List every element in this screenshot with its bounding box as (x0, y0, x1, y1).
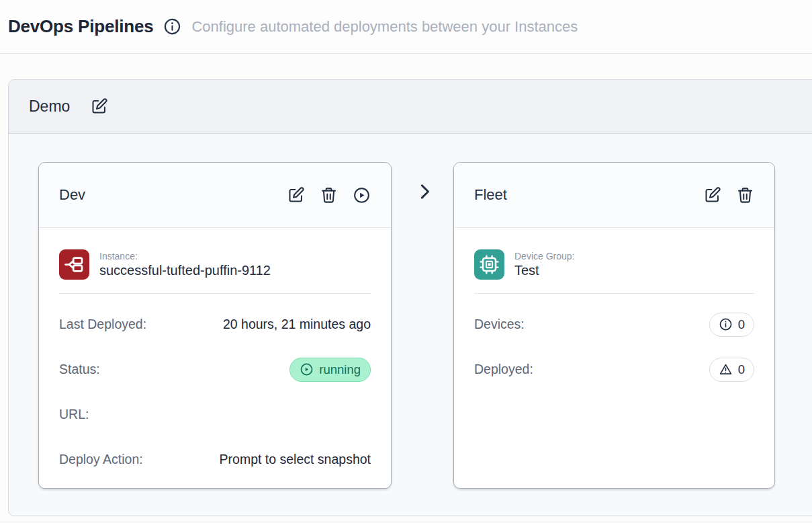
info-icon[interactable] (163, 17, 181, 36)
url-label: URL: (59, 407, 89, 422)
instance-name: successful-tufted-puffin-9112 (99, 263, 271, 278)
pencil-square-icon (703, 186, 721, 204)
play-circle-icon (300, 362, 314, 376)
deployed-count-badge[interactable]: 0 (709, 358, 754, 382)
pipeline-name: Demo (29, 97, 70, 116)
deploy-action-row: Deploy Action: Prompt to select snapshot (59, 447, 371, 472)
source-card: Dev (38, 162, 392, 489)
target-card: Fleet (453, 162, 775, 489)
url-row: URL: (59, 402, 371, 427)
devices-count: 0 (738, 317, 745, 332)
deployed-label: Deployed: (474, 362, 533, 377)
device-group-text: Device Group: Test (514, 251, 574, 278)
target-detail-rows: Devices: 0 (474, 312, 754, 382)
instance-label: Instance: (99, 251, 271, 262)
trash-icon (736, 186, 754, 204)
pencil-square-icon (90, 97, 108, 116)
target-card-actions (703, 186, 754, 204)
last-deployed-value: 20 hours, 21 minutes ago (223, 317, 371, 332)
instance-text: Instance: successful-tufted-puffin-9112 (99, 251, 271, 278)
edit-source-button[interactable] (287, 186, 305, 204)
page-header: DevOps Pipelines Configure automated dep… (0, 0, 812, 54)
chevron-right-icon (414, 182, 435, 202)
warning-triangle-icon (719, 362, 733, 376)
pipeline-panel-header: Demo (9, 80, 812, 134)
run-pipeline-button[interactable] (353, 186, 371, 204)
delete-target-button[interactable] (736, 186, 754, 204)
last-deployed-row: Last Deployed: 20 hours, 21 minutes ago (59, 312, 371, 337)
pipeline-panel: Demo Dev (8, 79, 812, 516)
source-detail-rows: Last Deployed: 20 hours, 21 minutes ago … (59, 312, 371, 472)
instance-icon (59, 249, 89, 280)
status-row: Status: running (59, 357, 371, 382)
target-card-title: Fleet (474, 186, 507, 204)
status-badge-label: running (319, 362, 361, 377)
target-card-body: Device Group: Test Devices: (454, 228, 774, 382)
device-group-name: Test (514, 263, 574, 278)
deployed-row: Deployed: 0 (474, 357, 754, 382)
deploy-action-label: Deploy Action: (59, 452, 143, 467)
source-card-header: Dev (39, 163, 391, 228)
trash-icon (320, 186, 338, 204)
device-group-icon (474, 249, 504, 280)
devices-count-badge[interactable]: 0 (709, 313, 754, 337)
deployed-count: 0 (738, 362, 745, 377)
pipeline-panel-body: Dev (9, 134, 812, 516)
page-title: DevOps Pipelines (8, 16, 153, 37)
divider (59, 293, 371, 294)
devices-label: Devices: (474, 317, 525, 332)
target-card-header: Fleet (454, 163, 774, 228)
delete-source-button[interactable] (320, 186, 338, 204)
devices-row: Devices: 0 (474, 312, 754, 337)
status-badge: running (289, 358, 371, 382)
source-card-body: Instance: successful-tufted-puffin-9112 … (39, 228, 391, 472)
rename-pipeline-button[interactable] (90, 97, 108, 116)
play-circle-icon (353, 186, 371, 204)
bottom-divider (0, 522, 812, 522)
edit-target-button[interactable] (703, 186, 721, 204)
device-group-row: Device Group: Test (474, 249, 754, 280)
page-subtitle: Configure automated deployments between … (191, 18, 578, 36)
status-label: Status: (59, 362, 100, 377)
source-card-actions (287, 186, 371, 204)
instance-row: Instance: successful-tufted-puffin-9112 (59, 249, 371, 280)
pencil-square-icon (287, 186, 305, 204)
deploy-action-value: Prompt to select snapshot (220, 452, 371, 467)
last-deployed-label: Last Deployed: (59, 317, 146, 332)
source-card-title: Dev (59, 186, 85, 204)
device-group-label: Device Group: (514, 251, 574, 262)
divider (474, 293, 754, 294)
info-circle-icon (719, 317, 733, 331)
